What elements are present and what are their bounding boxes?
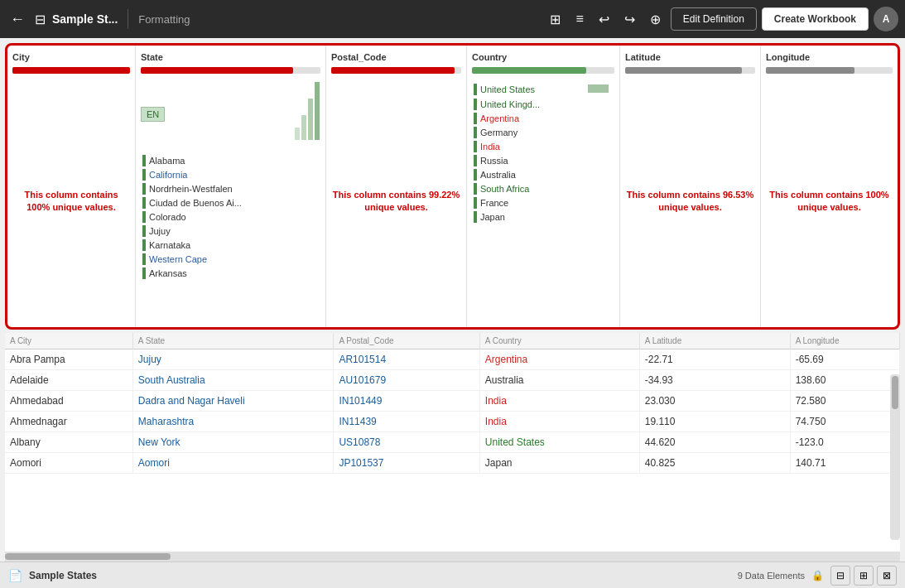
svg-rect-3 <box>295 128 300 140</box>
header-tools: ⊞ ≡ ↩ ↪ ⊕ Edit Definition Create Workboo… <box>545 7 898 31</box>
list-item: California <box>141 168 320 181</box>
value-bar <box>474 183 477 195</box>
vertical-scrollbar-thumb[interactable] <box>892 376 898 409</box>
longitude-column: Longitude This column contains 100% uniq… <box>761 46 898 327</box>
footer-action-1[interactable]: ⊟ <box>830 566 850 586</box>
td-country: India <box>479 412 639 432</box>
grid-view-button[interactable]: ⊞ <box>545 8 566 31</box>
list-view-button[interactable]: ≡ <box>570 8 588 30</box>
td-longitude: 74.750 <box>790 412 899 432</box>
en-box: EN <box>141 107 165 122</box>
value-bar <box>142 183 146 195</box>
footer-actions: ⊟ ⊞ ⊠ <box>830 566 897 586</box>
value-bar <box>474 113 477 124</box>
svg-rect-2 <box>301 115 306 140</box>
vertical-scrollbar[interactable] <box>890 374 900 540</box>
td-latitude: -34.93 <box>639 370 790 391</box>
td-postal: AR101514 <box>334 349 479 370</box>
th-country: A Country <box>479 333 639 349</box>
td-state: Maharashtra <box>132 412 334 432</box>
back-button[interactable]: ← <box>7 7 28 31</box>
td-longitude: 138.60 <box>790 370 899 391</box>
list-item: South Africa <box>472 182 614 195</box>
value-bar <box>142 211 146 223</box>
th-latitude: A Latitude <box>639 333 790 349</box>
footer: 📄 Sample States 9 Data Elements 🔒 ⊟ ⊞ ⊠ <box>0 561 905 588</box>
data-table-wrapper: A City A State A Postal_Code A Country A… <box>5 333 900 552</box>
scrollbar-thumb[interactable] <box>5 553 171 560</box>
td-country: United States <box>479 432 639 453</box>
city-bar <box>12 67 130 74</box>
list-item: India <box>472 140 614 153</box>
country-value-list: United States United Kingd... Argentina <box>472 82 614 321</box>
list-item: Argentina <box>472 112 614 125</box>
list-item: Colorado <box>141 210 320 224</box>
city-unique-text: This column contains 100% unique values. <box>12 189 130 214</box>
td-postal: JP101537 <box>334 453 479 474</box>
postal-unique-text: This column contains 99.22% unique value… <box>331 189 461 214</box>
create-workbook-button[interactable]: Create Workbook <box>762 7 869 31</box>
state-col-header: State <box>141 52 320 62</box>
td-longitude: -65.69 <box>790 349 899 370</box>
td-state: Aomori <box>132 453 334 474</box>
state-bar-fill <box>141 67 293 74</box>
latitude-col-header: Latitude <box>625 52 755 62</box>
latitude-unique-text: This column contains 96.53% unique value… <box>625 189 755 214</box>
list-item: Jujuy <box>141 224 320 238</box>
td-state: South Australia <box>132 370 334 391</box>
longitude-bar-fill <box>766 67 854 74</box>
table-header-row: A City A State A Postal_Code A Country A… <box>5 333 900 349</box>
td-postal: IN11439 <box>334 412 479 432</box>
td-country: Argentina <box>479 349 639 370</box>
edit-definition-button[interactable]: Edit Definition <box>671 7 757 31</box>
list-item: Nordrhein-Westfalen <box>141 182 320 195</box>
horizontal-scrollbar[interactable] <box>5 552 900 561</box>
footer-title: Sample States <box>29 570 97 581</box>
td-latitude: 40.825 <box>639 453 790 474</box>
svg-rect-1 <box>308 99 313 140</box>
td-longitude: -123.0 <box>790 432 899 453</box>
list-item: Ciudad de Buenos Ai... <box>141 196 320 210</box>
longitude-col-header: Longitude <box>766 52 893 62</box>
value-bar <box>474 127 477 138</box>
list-item: Karnataka <box>141 239 320 252</box>
list-item: Japan <box>472 210 614 224</box>
country-bar-fill <box>472 67 586 74</box>
longitude-unique-text: This column contains 100% unique values. <box>766 189 893 214</box>
td-latitude: 23.030 <box>639 391 790 412</box>
redo-button[interactable]: ↪ <box>619 8 640 31</box>
table-row: Abra PampaJujuyAR101514Argentina-22.71-6… <box>5 349 900 370</box>
td-city: Albany <box>5 432 132 453</box>
footer-data-elements: 9 Data Elements <box>738 571 805 581</box>
value-bar <box>474 141 477 152</box>
list-item: Alabama <box>141 154 320 167</box>
link-button[interactable]: ⊕ <box>645 8 666 31</box>
td-postal: US10878 <box>334 432 479 453</box>
table-row: AdelaideSouth AustraliaAU101679Australia… <box>5 370 900 391</box>
footer-action-2[interactable]: ⊞ <box>854 566 874 586</box>
td-city: Ahmednagar <box>5 412 132 432</box>
value-bar <box>142 197 146 209</box>
undo-button[interactable]: ↩ <box>594 8 614 31</box>
footer-action-3[interactable]: ⊠ <box>877 566 897 586</box>
country-bar <box>472 67 614 74</box>
data-table: A City A State A Postal_Code A Country A… <box>5 333 900 474</box>
th-postal: A Postal_Code <box>334 333 479 349</box>
country-col-header: Country <box>472 52 614 62</box>
avatar[interactable]: A <box>874 7 898 31</box>
value-bar <box>142 267 146 279</box>
doc-icon: ⊟ <box>35 12 46 27</box>
latitude-bar <box>625 67 755 74</box>
postal-bar-fill <box>331 67 455 74</box>
svg-rect-0 <box>315 82 320 140</box>
td-country: India <box>479 391 639 412</box>
list-item: Germany <box>472 126 614 139</box>
list-item: United Kingd... <box>472 98 614 111</box>
footer-lock-icon: 🔒 <box>811 570 824 581</box>
td-postal: AU101679 <box>334 370 479 391</box>
th-city: A City <box>5 333 132 349</box>
list-item: Arkansas <box>141 267 320 280</box>
table-body: Abra PampaJujuyAR101514Argentina-22.71-6… <box>5 349 900 474</box>
app-header: ← ⊟ Sample St... Formatting ⊞ ≡ ↩ ↪ ⊕ Ed… <box>0 0 905 38</box>
postal-column: Postal_Code This column contains 99.22% … <box>326 46 467 327</box>
